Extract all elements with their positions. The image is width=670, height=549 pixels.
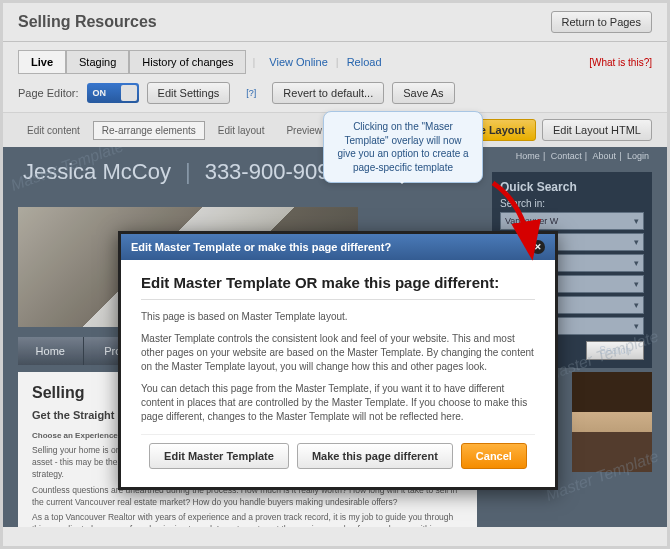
dialog-header-text: Edit Master Template or make this page d… <box>131 241 391 253</box>
dialog-p2: Master Template controls the consistent … <box>141 332 535 374</box>
close-icon[interactable]: ✕ <box>531 240 545 254</box>
edit-master-template-button[interactable]: Edit Master Template <box>149 443 289 469</box>
dialog-title: Edit Master Template OR make this page d… <box>141 274 535 300</box>
dialog-body: Edit Master Template OR make this page d… <box>121 260 555 487</box>
dialog-p3: You can detach this page from the Master… <box>141 382 535 424</box>
make-page-different-button[interactable]: Make this page different <box>297 443 453 469</box>
dialog-buttons: Edit Master Template Make this page diff… <box>141 434 535 473</box>
annotation-callout: Clicking on the "Maser Template" overlay… <box>323 111 483 183</box>
dialog-header: Edit Master Template or make this page d… <box>121 234 555 260</box>
cancel-button[interactable]: Cancel <box>461 443 527 469</box>
dialog-p1: This page is based on Master Template la… <box>141 310 535 324</box>
master-template-dialog: Edit Master Template or make this page d… <box>118 231 558 490</box>
